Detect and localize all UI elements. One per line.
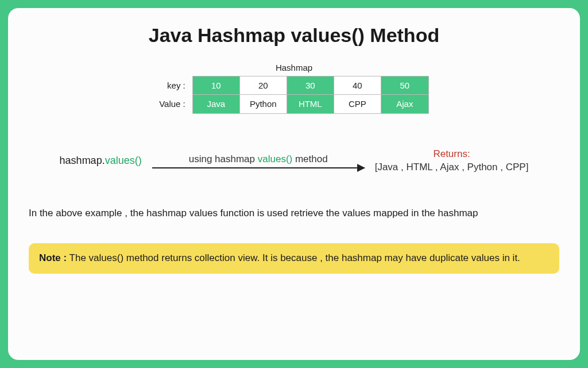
content-card: Java Hashmap values() Method Hashmap key… (8, 8, 580, 360)
key-cell: 30 (287, 76, 334, 95)
arrow-label-prefix: using hashmap (189, 154, 258, 164)
note-title: Note : (39, 252, 67, 263)
value-cell: HTML (287, 95, 334, 113)
hashmap-table-section: Hashmap key : Value : 10 20 30 40 50 Jav… (29, 63, 559, 114)
row-labels: key : Value : (159, 76, 188, 113)
value-cell: Ajax (381, 95, 428, 113)
arrow-icon (152, 167, 365, 168)
key-cell: 40 (334, 76, 381, 95)
call-prefix: hashmap. (60, 155, 105, 166)
value-row-label: Value : (159, 95, 188, 113)
returns-value: [Java , HTML , Ajax , Python , CPP] (375, 162, 529, 173)
table-cells: 10 20 30 40 50 Java Python HTML CPP Ajax (192, 76, 429, 114)
arrow-label: using hashmap values() method (189, 154, 328, 165)
page-title: Java Hashmap values() Method (29, 24, 559, 47)
arrow-label-suffix: method (292, 154, 327, 164)
table-caption: Hashmap (276, 63, 312, 72)
returns-block: Returns: [Java , HTML , Ajax , Python , … (375, 148, 529, 173)
value-cell: CPP (334, 95, 381, 113)
method-call: hashmap.values() (60, 155, 142, 167)
flow-diagram: hashmap.values() using hashmap values() … (29, 148, 559, 173)
hashmap-table: Hashmap key : Value : 10 20 30 40 50 Jav… (159, 63, 429, 114)
key-cell: 10 (193, 76, 240, 95)
note-body: The values() method returns collection v… (69, 252, 520, 263)
key-cell: 20 (240, 76, 287, 95)
key-cell: 50 (381, 76, 428, 95)
arrow-section: using hashmap values() method (152, 154, 365, 168)
table-grid: key : Value : 10 20 30 40 50 Java Python… (159, 76, 429, 114)
call-method: values() (105, 155, 142, 166)
note-box: Note : The values() method returns colle… (29, 243, 559, 274)
description-text: In the above example , the hashmap value… (29, 208, 559, 219)
value-cell: Python (240, 95, 287, 113)
arrow-label-method: values() (258, 154, 292, 164)
value-cell: Java (193, 95, 240, 113)
key-row-label: key : (159, 76, 188, 95)
returns-label: Returns: (375, 148, 529, 160)
